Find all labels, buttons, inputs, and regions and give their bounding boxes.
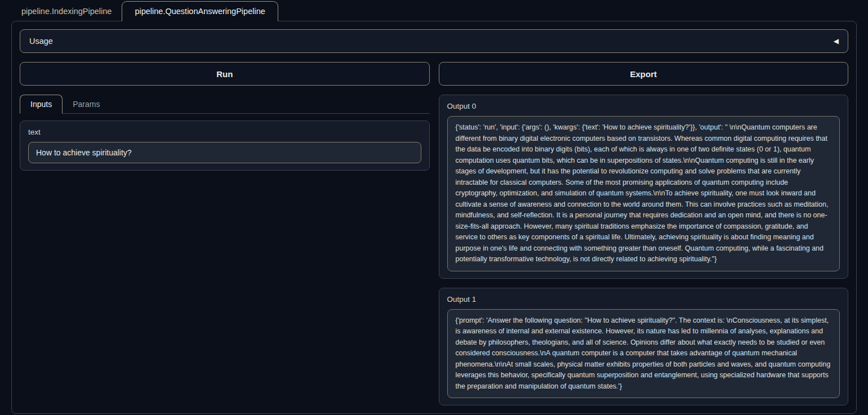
run-button[interactable]: Run [20, 62, 430, 86]
pipeline-tab-nav: pipeline.IndexingPipeline pipeline.Quest… [11, 0, 857, 21]
inputs-params-tab-nav: Inputs Params [20, 95, 430, 114]
tab-inputs[interactable]: Inputs [20, 95, 63, 114]
pipeline-tab-panel: Usage ◀ Run Inputs Params text Export Ou… [11, 21, 857, 414]
output-0-label: Output 0 [447, 102, 840, 110]
output-0-panel: Output 0 {'status': 'run', 'input': {'ar… [439, 95, 849, 279]
output-0-textbox: {'status': 'run', 'input': {'args': (), … [447, 116, 840, 271]
input-column: Run Inputs Params text [20, 62, 430, 171]
text-input-label: text [28, 128, 421, 136]
tab-params[interactable]: Params [63, 95, 110, 113]
output-1-label: Output 1 [447, 295, 840, 304]
text-input-group: text [20, 121, 430, 171]
accordion-collapse-icon: ◀ [834, 38, 839, 44]
tab-indexing-pipeline[interactable]: pipeline.IndexingPipeline [11, 2, 122, 21]
inputs-tab-panel: text [20, 114, 430, 171]
output-1-textbox: {'prompt': 'Answer the following questio… [447, 309, 840, 399]
tab-question-answering-pipeline[interactable]: pipeline.QuestionAnsweringPipeline [122, 1, 278, 21]
output-column: Export Output 0 {'status': 'run', 'input… [439, 62, 849, 405]
usage-accordion-label: Usage [29, 37, 53, 46]
text-input[interactable] [28, 142, 421, 163]
usage-accordion-header[interactable]: Usage ◀ [20, 29, 848, 53]
output-1-panel: Output 1 {'prompt': 'Answer the followin… [439, 288, 849, 406]
export-button[interactable]: Export [439, 62, 849, 86]
